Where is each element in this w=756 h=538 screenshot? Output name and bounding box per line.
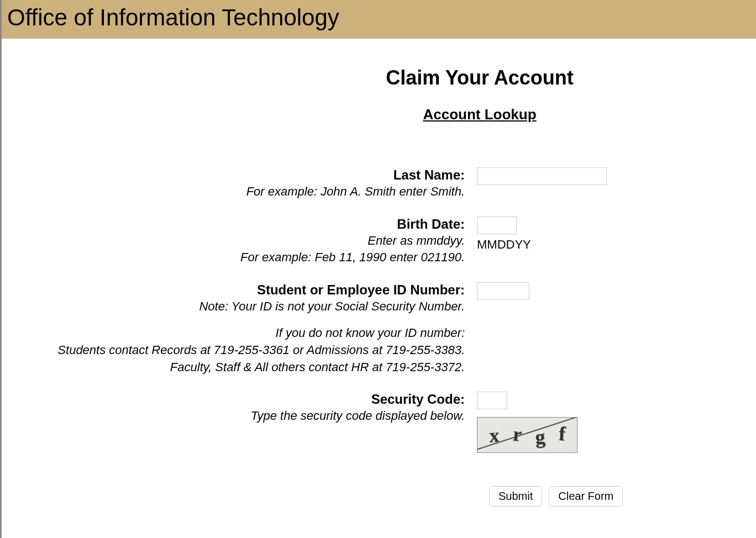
clear-button[interactable]: Clear Form xyxy=(549,486,623,507)
birthdate-help2: For example: Feb 11, 1990 enter 021190. xyxy=(2,250,465,266)
input-col-lastname xyxy=(477,167,720,185)
securitycode-label: Security Code: xyxy=(2,392,465,407)
securitycode-input[interactable] xyxy=(477,392,507,409)
header-title: Office of Information Technology xyxy=(7,4,750,31)
page-subtitle: Account Lookup xyxy=(239,106,720,123)
captcha-char-0: x xyxy=(488,423,499,447)
row-birthdate: Birth Date: Enter as mmddyy. For example… xyxy=(2,217,720,266)
idnumber-input[interactable] xyxy=(477,282,529,300)
button-col: Submit Clear Form xyxy=(489,486,623,507)
securitycode-help: Type the security code displayed below. xyxy=(2,408,465,424)
button-row: Submit Clear Form xyxy=(2,486,720,507)
label-col-idnumber: Student or Employee ID Number: Note: You… xyxy=(2,282,477,375)
row-idnumber: Student or Employee ID Number: Note: You… xyxy=(2,282,720,375)
row-lastname: Last Name: For example: John A. Smith en… xyxy=(2,167,720,200)
captcha-image: x r g f xyxy=(477,417,578,453)
submit-button[interactable]: Submit xyxy=(489,486,542,507)
left-border xyxy=(0,0,2,538)
lastname-help: For example: John A. Smith enter Smith. xyxy=(2,184,465,200)
form-container: Last Name: For example: John A. Smith en… xyxy=(2,167,720,507)
header-bar: Office of Information Technology xyxy=(2,0,756,39)
label-col-lastname: Last Name: For example: John A. Smith en… xyxy=(2,167,477,200)
idnumber-help2: If you do not know your ID number: xyxy=(2,325,465,341)
birthdate-help1: Enter as mmddyy. xyxy=(2,233,465,249)
content-area: Claim Your Account Account Lookup Last N… xyxy=(2,39,720,507)
label-col-birthdate: Birth Date: Enter as mmddyy. For example… xyxy=(2,217,477,266)
row-securitycode: Security Code: Type the security code di… xyxy=(2,392,720,453)
lastname-label: Last Name: xyxy=(2,167,465,183)
input-col-birthdate: MMDDYY xyxy=(477,217,720,252)
captcha-char-1: r xyxy=(512,422,523,446)
idnumber-help1: Note: Your ID is not your Social Securit… xyxy=(2,299,465,315)
input-col-idnumber xyxy=(477,282,720,300)
captcha-char-3: f xyxy=(559,421,566,445)
birthdate-format-hint: MMDDYY xyxy=(477,238,720,252)
captcha-char-2: g xyxy=(534,425,546,449)
lastname-input[interactable] xyxy=(477,167,607,185)
input-col-securitycode: x r g f xyxy=(477,392,720,453)
idnumber-label: Student or Employee ID Number: xyxy=(2,282,465,298)
idnumber-help4: Faculty, Staff & All others contact HR a… xyxy=(2,360,465,376)
birthdate-input[interactable] xyxy=(477,217,517,234)
page-title: Claim Your Account xyxy=(239,66,720,89)
idnumber-help3: Students contact Records at 719-255-3361… xyxy=(2,342,465,358)
label-col-securitycode: Security Code: Type the security code di… xyxy=(2,392,477,424)
birthdate-label: Birth Date: xyxy=(2,217,465,232)
